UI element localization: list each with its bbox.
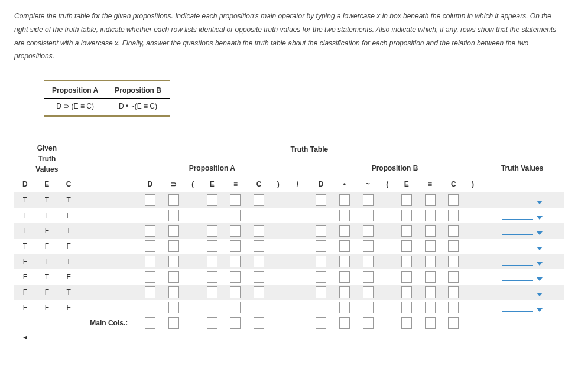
truth-value-input[interactable] (145, 225, 155, 237)
maincol-propA-C[interactable] (254, 317, 264, 329)
truth-value-input[interactable] (363, 210, 374, 221)
truth-value-input[interactable] (254, 271, 264, 283)
truth-value-input[interactable] (316, 271, 326, 283)
maincol-propA-horseshoe[interactable] (168, 317, 179, 329)
truth-value-input[interactable] (401, 302, 412, 313)
truth-value-input[interactable] (207, 240, 217, 252)
truth-value-input[interactable] (339, 210, 350, 221)
truth-value-input[interactable] (363, 302, 374, 313)
truth-table-scroll[interactable]: Given Truth Values Truth Table Row Showi… (14, 141, 564, 344)
truth-value-input[interactable] (207, 225, 217, 237)
truth-values-select[interactable] (483, 289, 562, 296)
truth-value-input[interactable] (401, 286, 412, 298)
truth-value-input[interactable] (363, 194, 374, 206)
truth-value-input[interactable] (168, 286, 179, 298)
truth-value-input[interactable] (230, 225, 241, 237)
truth-value-input[interactable] (254, 286, 264, 298)
truth-value-input[interactable] (448, 240, 459, 252)
truth-value-input[interactable] (401, 225, 412, 237)
truth-value-input[interactable] (316, 210, 326, 221)
truth-values-select[interactable] (483, 212, 562, 220)
truth-value-input[interactable] (145, 194, 155, 206)
truth-value-input[interactable] (339, 302, 350, 313)
truth-value-input[interactable] (448, 194, 459, 206)
truth-value-input[interactable] (316, 286, 326, 298)
truth-values-select[interactable] (483, 304, 562, 312)
truth-value-input[interactable] (207, 210, 217, 221)
truth-value-input[interactable] (448, 256, 459, 267)
truth-value-input[interactable] (145, 256, 155, 267)
truth-value-input[interactable] (363, 240, 374, 252)
truth-value-input[interactable] (254, 225, 264, 237)
truth-value-input[interactable] (168, 194, 179, 206)
maincol-propB-D[interactable] (316, 317, 326, 329)
truth-value-input[interactable] (363, 256, 374, 267)
truth-value-input[interactable] (401, 210, 412, 221)
truth-value-input[interactable] (230, 210, 241, 221)
truth-value-input[interactable] (168, 210, 179, 221)
truth-value-input[interactable] (425, 210, 436, 221)
truth-value-input[interactable] (316, 240, 326, 252)
maincol-propB-C[interactable] (448, 317, 459, 329)
truth-value-input[interactable] (207, 194, 217, 206)
truth-value-input[interactable] (425, 256, 436, 267)
truth-value-input[interactable] (316, 302, 326, 313)
truth-value-input[interactable] (254, 256, 264, 267)
truth-values-select[interactable] (483, 227, 562, 235)
truth-value-input[interactable] (207, 302, 217, 313)
truth-value-input[interactable] (254, 210, 264, 221)
truth-value-input[interactable] (230, 271, 241, 283)
truth-values-select[interactable] (483, 273, 562, 281)
truth-value-input[interactable] (448, 210, 459, 221)
truth-value-input[interactable] (145, 302, 155, 313)
truth-values-select[interactable] (483, 258, 562, 266)
truth-value-input[interactable] (448, 271, 459, 283)
truth-values-select[interactable] (483, 243, 562, 250)
truth-value-input[interactable] (230, 302, 241, 313)
truth-value-input[interactable] (425, 194, 436, 206)
maincol-propB-dot[interactable] (339, 317, 350, 329)
truth-value-input[interactable] (230, 240, 241, 252)
truth-value-input[interactable] (207, 286, 217, 298)
maincol-propA-equiv[interactable] (230, 317, 241, 329)
truth-value-input[interactable] (168, 225, 179, 237)
truth-value-input[interactable] (168, 256, 179, 267)
truth-value-input[interactable] (448, 302, 459, 313)
maincol-propA-D[interactable] (145, 317, 155, 329)
truth-value-input[interactable] (316, 194, 326, 206)
truth-values-select[interactable] (483, 197, 562, 204)
truth-value-input[interactable] (363, 225, 374, 237)
truth-value-input[interactable] (316, 256, 326, 267)
truth-value-input[interactable] (207, 256, 217, 267)
truth-value-input[interactable] (230, 256, 241, 267)
truth-value-input[interactable] (339, 271, 350, 283)
truth-value-input[interactable] (363, 271, 374, 283)
truth-value-input[interactable] (145, 210, 155, 221)
truth-value-input[interactable] (401, 271, 412, 283)
truth-value-input[interactable] (254, 240, 264, 252)
truth-value-input[interactable] (168, 240, 179, 252)
truth-value-input[interactable] (168, 271, 179, 283)
maincol-propB-neg[interactable] (363, 317, 374, 329)
truth-value-input[interactable] (339, 286, 350, 298)
truth-value-input[interactable] (145, 240, 155, 252)
truth-value-input[interactable] (448, 225, 459, 237)
truth-value-input[interactable] (230, 194, 241, 206)
truth-value-input[interactable] (339, 225, 350, 237)
truth-value-input[interactable] (425, 271, 436, 283)
truth-value-input[interactable] (425, 240, 436, 252)
truth-value-input[interactable] (168, 302, 179, 313)
truth-value-input[interactable] (401, 256, 412, 267)
truth-value-input[interactable] (254, 194, 264, 206)
truth-value-input[interactable] (425, 302, 436, 313)
truth-value-input[interactable] (254, 302, 264, 313)
truth-value-input[interactable] (448, 286, 459, 298)
scroll-left-icon[interactable]: ◄ (14, 331, 36, 344)
truth-value-input[interactable] (401, 240, 412, 252)
truth-value-input[interactable] (425, 286, 436, 298)
truth-value-input[interactable] (363, 286, 374, 298)
truth-value-input[interactable] (207, 271, 217, 283)
truth-value-input[interactable] (339, 240, 350, 252)
maincol-propB-E[interactable] (401, 317, 412, 329)
truth-value-input[interactable] (145, 271, 155, 283)
